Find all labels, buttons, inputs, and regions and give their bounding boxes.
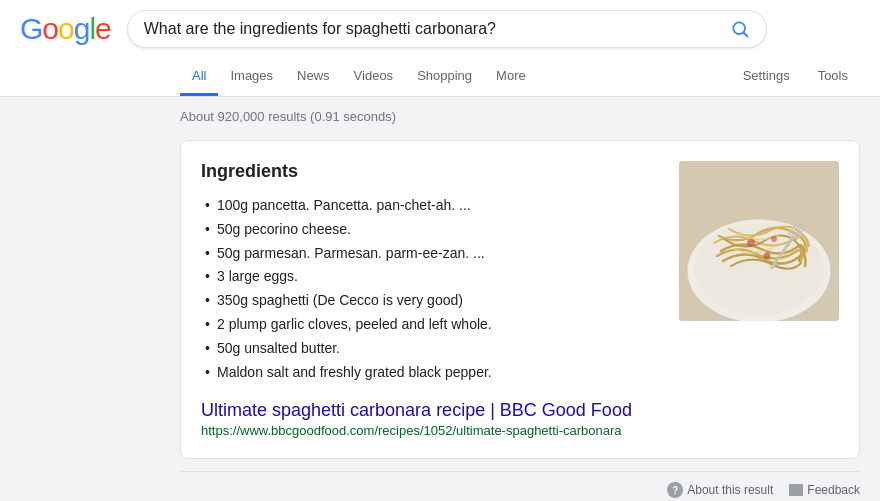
list-item: 3 large eggs. — [201, 265, 659, 289]
svg-line-1 — [744, 33, 748, 37]
ingredients-list: 100g pancetta. Pancetta. pan-chet-ah. ..… — [201, 194, 659, 384]
ingredients-title: Ingredients — [201, 161, 659, 182]
feedback-item[interactable]: Feedback — [789, 483, 860, 497]
result-link-title[interactable]: Ultimate spaghetti carbonara recipe | BB… — [201, 400, 659, 421]
feedback-label: Feedback — [807, 483, 860, 497]
nav-right: Settings Tools — [731, 58, 860, 96]
google-logo: Google — [20, 12, 111, 46]
list-item: 2 plump garlic cloves, peeled and left w… — [201, 313, 659, 337]
about-result-item[interactable]: ? About this result — [667, 482, 773, 498]
svg-point-5 — [747, 239, 755, 247]
list-item: 350g spaghetti (De Cecco is very good) — [201, 289, 659, 313]
tab-news[interactable]: News — [285, 58, 342, 96]
tab-shopping[interactable]: Shopping — [405, 58, 484, 96]
tab-videos[interactable]: Videos — [342, 58, 406, 96]
result-card: Ingredients 100g pancetta. Pancetta. pan… — [180, 140, 860, 459]
logo-letter-o1: o — [42, 12, 58, 46]
logo-letter-o2: o — [58, 12, 74, 46]
result-content: Ingredients 100g pancetta. Pancetta. pan… — [201, 161, 659, 438]
list-item: 50g unsalted butter. — [201, 337, 659, 361]
tab-settings[interactable]: Settings — [731, 58, 802, 96]
search-button[interactable] — [730, 19, 750, 39]
header: Google All Images News Videos Shopping M… — [0, 0, 880, 97]
list-item: 50g pecorino cheese. — [201, 218, 659, 242]
tab-all[interactable]: All — [180, 58, 218, 96]
list-item: 50g parmesan. Parmesan. parm-ee-zan. ... — [201, 242, 659, 266]
svg-point-6 — [771, 236, 777, 242]
flag-icon — [789, 484, 803, 496]
about-result-label: About this result — [687, 483, 773, 497]
results-count: About 920,000 results (0.91 seconds) — [180, 109, 860, 124]
list-item: 100g pancetta. Pancetta. pan-chet-ah. ..… — [201, 194, 659, 218]
svg-point-7 — [764, 253, 771, 260]
search-bar — [127, 10, 767, 48]
header-top: Google — [20, 10, 860, 58]
card-footer: ? About this result Feedback — [180, 471, 860, 498]
tab-tools[interactable]: Tools — [806, 58, 860, 96]
logo-letter-g: G — [20, 12, 42, 46]
tab-images[interactable]: Images — [218, 58, 285, 96]
pasta-svg — [679, 161, 839, 321]
tab-more[interactable]: More — [484, 58, 538, 96]
help-icon: ? — [667, 482, 683, 498]
search-input[interactable] — [144, 20, 730, 38]
main-content: About 920,000 results (0.91 seconds) Ing… — [0, 97, 880, 501]
result-url[interactable]: https://www.bbcgoodfood.com/recipes/1052… — [201, 423, 659, 438]
result-image — [679, 161, 839, 321]
logo-letter-g2: g — [74, 12, 90, 46]
list-item: Maldon salt and freshly grated black pep… — [201, 361, 659, 385]
logo-letter-e: e — [95, 12, 111, 46]
search-icon — [730, 19, 750, 39]
nav-tabs: All Images News Videos Shopping More Set… — [180, 58, 860, 96]
